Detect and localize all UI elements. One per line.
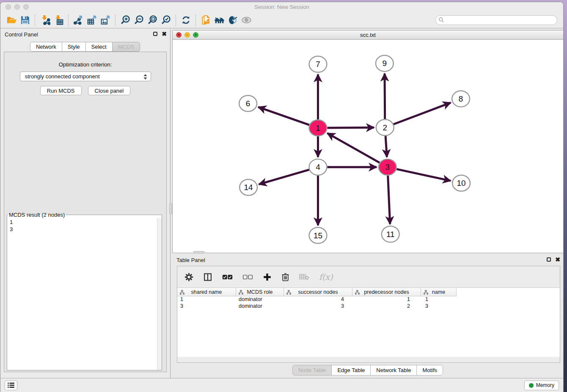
optimization-criterion-label: Optimization criterion: xyxy=(4,61,166,68)
close-panel-button[interactable]: Close panel xyxy=(88,86,131,95)
toolbar-separator xyxy=(35,15,35,26)
graph-node-label: 3 xyxy=(385,163,390,171)
memory-status-icon xyxy=(529,383,534,388)
delete-table-icon xyxy=(299,273,309,280)
graph-node-10[interactable]: 10 xyxy=(452,175,470,191)
zoom-out-button[interactable] xyxy=(132,14,146,27)
graph-edge-2-3[interactable] xyxy=(385,136,387,157)
export-image-icon xyxy=(100,15,111,25)
graph-node-7[interactable]: 7 xyxy=(309,56,327,72)
graph-node-label: 14 xyxy=(244,183,253,192)
table-cell: 1 xyxy=(177,296,236,303)
graph-edge-3-1[interactable] xyxy=(328,133,380,163)
tab-select[interactable]: Select xyxy=(85,42,113,52)
graph-node-label: 4 xyxy=(316,163,320,171)
horizontal-splitter-handle[interactable] xyxy=(193,251,204,254)
graph-node-4[interactable]: 4 xyxy=(309,159,327,175)
zoom-fit-button[interactable] xyxy=(146,14,159,27)
search-icon xyxy=(438,17,444,23)
add-column-button[interactable] xyxy=(263,273,272,282)
task-history-button[interactable] xyxy=(5,381,17,390)
float-panel-icon[interactable] xyxy=(153,32,157,36)
tab-mcds[interactable]: MCDS xyxy=(112,42,140,52)
table-settings-button[interactable] xyxy=(184,273,193,282)
run-mcds-button[interactable]: Run MCDS xyxy=(40,86,82,95)
column-header-successor-nodes[interactable]: successor nodes xyxy=(284,288,352,296)
hide-detail-button[interactable] xyxy=(239,14,253,27)
deselect-all-rows-button[interactable] xyxy=(242,274,253,280)
select-all-rows-button[interactable] xyxy=(222,274,233,280)
float-table-panel-icon[interactable] xyxy=(547,257,551,262)
gear-icon xyxy=(184,273,193,282)
zoom-in-button[interactable] xyxy=(118,14,132,27)
import-network-icon xyxy=(40,15,50,25)
graph-edge-2-8[interactable] xyxy=(394,102,451,124)
export-table-icon xyxy=(87,15,97,25)
toolbar-separator xyxy=(176,15,176,26)
column-header-shared-name[interactable]: shared name xyxy=(177,288,236,296)
graph-node-8[interactable]: 8 xyxy=(452,91,470,107)
close-table-panel-icon[interactable]: ✖ xyxy=(555,257,560,262)
optimization-criterion-select[interactable]: strongly connected component xyxy=(20,72,151,81)
tab-network-table[interactable]: Network Table xyxy=(370,365,417,375)
search-input[interactable] xyxy=(435,15,557,25)
column-header-mcds-role[interactable]: MCDS role xyxy=(236,288,284,296)
tab-node-table[interactable]: Node Table xyxy=(292,365,332,375)
show-all-networks-button[interactable] xyxy=(212,14,226,27)
column-header-name[interactable]: name xyxy=(421,288,457,296)
export-table-button[interactable] xyxy=(85,14,99,27)
graph-node-label: 2 xyxy=(383,123,388,132)
tab-edge-table[interactable]: Edge Table xyxy=(331,365,371,375)
graph-node-3[interactable]: 3 xyxy=(379,159,396,175)
graph-node-11[interactable]: 11 xyxy=(382,226,399,242)
main-area: Control Panel ✖ NetworkStyleSelectMCDS O… xyxy=(0,29,563,378)
graph-edge-1-2[interactable] xyxy=(327,127,374,128)
clone-network-icon xyxy=(201,15,211,25)
delete-table-button[interactable] xyxy=(299,273,309,280)
graph-node-1[interactable]: 1 xyxy=(309,120,327,136)
network-view-window: ✕ − + scc.txt 7968124314101511 xyxy=(172,30,564,253)
graph-node-15[interactable]: 15 xyxy=(309,227,327,243)
tab-network[interactable]: Network xyxy=(30,42,62,52)
homes-icon xyxy=(214,15,225,25)
import-table-button[interactable] xyxy=(52,14,65,27)
zoom-selected-button[interactable] xyxy=(159,14,173,27)
apply-layout-button[interactable] xyxy=(179,14,193,27)
node-table-header: shared nameMCDS rolesuccessor nodesprede… xyxy=(177,288,560,296)
network-window-title: scc.txt xyxy=(173,32,563,38)
apply-style-button[interactable] xyxy=(226,14,239,27)
table-row[interactable]: 1dominator411 xyxy=(177,296,560,303)
close-panel-icon[interactable]: ✖ xyxy=(162,31,167,36)
graph-node-2[interactable]: 2 xyxy=(376,119,394,135)
graph-node-label: 6 xyxy=(246,99,250,108)
vertical-splitter-handle[interactable] xyxy=(169,203,172,214)
graph-edge-3-10[interactable] xyxy=(396,169,451,181)
export-network-button[interactable] xyxy=(72,14,85,27)
graph-edge-3-11[interactable] xyxy=(388,176,390,224)
tab-motifs[interactable]: Motifs xyxy=(416,365,443,375)
node-table-container: f(x) shared nameMCDS rolesuccessor nodes… xyxy=(177,266,560,363)
network-canvas[interactable]: 7968124314101511 xyxy=(173,40,563,253)
graph-node-6[interactable]: 6 xyxy=(239,95,257,111)
save-session-button[interactable] xyxy=(18,14,32,27)
export-image-button[interactable] xyxy=(99,14,112,27)
plus-icon xyxy=(263,273,272,282)
format-columns-button[interactable] xyxy=(203,273,212,282)
clone-network-button[interactable] xyxy=(199,14,212,27)
graph-node-9[interactable]: 9 xyxy=(376,55,394,72)
table-row[interactable]: 3dominator323 xyxy=(177,303,560,310)
graph-edge-1-6[interactable] xyxy=(258,107,309,125)
delete-column-button[interactable] xyxy=(281,273,289,282)
graph-edge-4-14[interactable] xyxy=(259,170,309,185)
application-window: Session: New Session xyxy=(0,2,564,392)
import-network-button[interactable] xyxy=(38,14,52,27)
table-panel-header: Table Panel ✖ xyxy=(172,254,564,265)
open-session-button[interactable] xyxy=(5,14,18,27)
graph-node-14[interactable]: 14 xyxy=(239,179,257,196)
column-header-predecessor-nodes[interactable]: predecessor nodes xyxy=(352,288,421,296)
tab-style[interactable]: Style xyxy=(62,42,86,52)
result-scrollbar[interactable] xyxy=(157,218,162,370)
graph-edge-2-9[interactable] xyxy=(385,74,385,119)
memory-button[interactable]: Memory xyxy=(524,381,559,390)
apply-function-button[interactable]: f(x) xyxy=(319,272,333,282)
